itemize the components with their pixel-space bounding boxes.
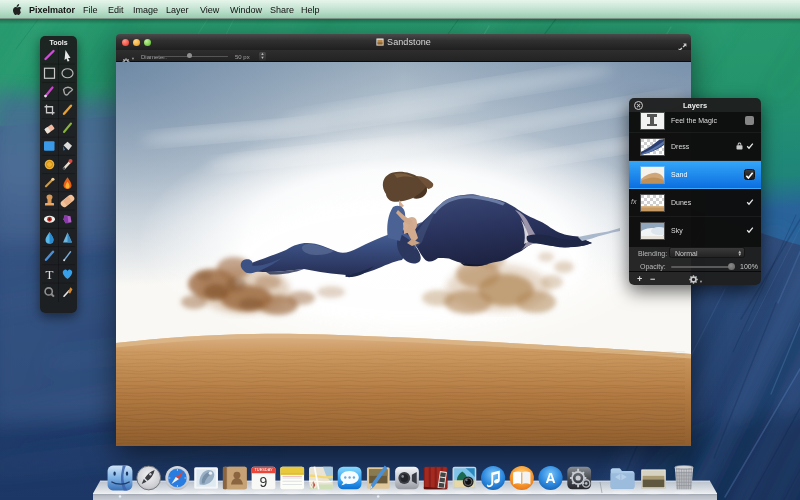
svg-text:TUESDAY: TUESDAY bbox=[254, 467, 272, 472]
svg-text:T: T bbox=[46, 267, 54, 282]
svg-text:A: A bbox=[545, 470, 555, 486]
svg-text:9: 9 bbox=[260, 474, 268, 490]
